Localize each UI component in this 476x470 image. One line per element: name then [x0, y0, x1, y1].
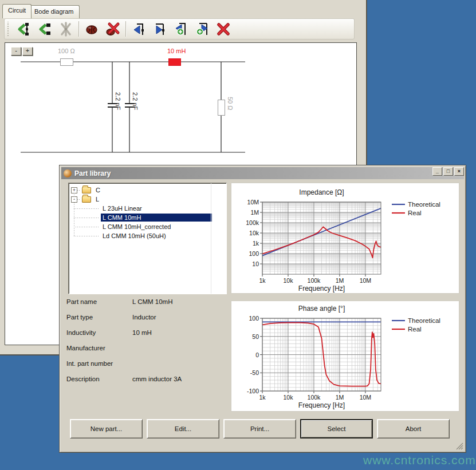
- tree-item-selected[interactable]: L CMM 10mH: [69, 213, 226, 222]
- abort-button[interactable]: Abort: [377, 419, 450, 439]
- remove-bug-icon[interactable]: [104, 21, 121, 37]
- close-button[interactable]: ×: [454, 167, 464, 176]
- series-resistor[interactable]: [60, 58, 73, 66]
- svg-text:1k: 1k: [253, 240, 259, 247]
- detail-value: cmm inductor 3A: [132, 376, 182, 382]
- phase-chart: 1k10k100k1M10M-100-50050100Phase angle […: [231, 301, 459, 412]
- toolbar-separator: [125, 21, 126, 37]
- edit-button[interactable]: Edit...: [147, 419, 219, 439]
- svg-text:1k: 1k: [259, 277, 266, 284]
- part-library-icon: [64, 169, 72, 177]
- tree-item-label[interactable]: Ld CMM 10mH (50uH): [101, 232, 212, 240]
- zoom-out-button[interactable]: -: [11, 47, 21, 56]
- series-inductor-selected[interactable]: [168, 58, 181, 66]
- svg-text:Theoretical: Theoretical: [408, 201, 440, 208]
- maximize-button[interactable]: □: [443, 167, 453, 176]
- part-tree-panel[interactable]: + C - L L 23uH Linear L CMM 10: [68, 183, 227, 294]
- tree-item-label[interactable]: L CMM 10mH_corrected: [101, 223, 212, 231]
- detail-label: Description: [66, 376, 132, 382]
- tree-item[interactable]: L CMM 10mH_corrected: [69, 222, 226, 231]
- toolbar: [4, 18, 355, 40]
- series-resistor-label: 100 Ω: [58, 48, 75, 54]
- tree-item[interactable]: Ld CMM 10mH (50uH): [69, 231, 226, 240]
- svg-text:Frequency [Hz]: Frequency [Hz]: [298, 401, 345, 409]
- svg-text:10k: 10k: [284, 277, 294, 284]
- dialog-titlebar[interactable]: Part library: [61, 167, 464, 179]
- svg-text:Theoretical: Theoretical: [408, 317, 440, 324]
- terminal-left-icon[interactable]: [130, 21, 147, 37]
- tree-item[interactable]: L 23uH Linear: [69, 204, 226, 213]
- svg-text:Real: Real: [408, 210, 422, 216]
- tree-item-label[interactable]: L: [94, 195, 101, 203]
- resize-grip[interactable]: [456, 443, 463, 450]
- select-button[interactable]: Select: [300, 419, 373, 439]
- cut-disabled-icon: [57, 21, 74, 37]
- svg-text:Frequency [Hz]: Frequency [Hz]: [298, 285, 345, 293]
- delete-component-icon[interactable]: [215, 21, 232, 37]
- detail-label: Part name: [66, 298, 132, 305]
- load-resistor[interactable]: [218, 100, 225, 116]
- toolbar-grip[interactable]: [7, 22, 9, 37]
- tree-item-label[interactable]: L CMM 10mH: [101, 214, 212, 222]
- svg-text:10M: 10M: [360, 394, 371, 401]
- svg-text:10: 10: [252, 260, 259, 267]
- svg-text:-50: -50: [250, 369, 259, 376]
- svg-text:100k: 100k: [308, 394, 321, 401]
- capacitor-1-label: 2.2 nF: [115, 92, 121, 110]
- svg-text:Real: Real: [408, 326, 422, 333]
- tab-bode-diagram[interactable]: Bode diagram: [29, 5, 80, 18]
- terminal-right-icon[interactable]: [151, 21, 168, 37]
- tree-item-folder-l[interactable]: - L: [69, 195, 226, 204]
- detail-value: 10 mH: [132, 329, 152, 336]
- detail-label: Part type: [66, 314, 132, 321]
- svg-text:-100: -100: [247, 388, 259, 394]
- svg-text:1M: 1M: [336, 277, 344, 284]
- svg-text:100: 100: [249, 315, 259, 322]
- svg-text:0: 0: [255, 351, 259, 358]
- svg-text:10k: 10k: [284, 394, 294, 401]
- folder-icon: [82, 187, 91, 193]
- add-terminal-right-icon[interactable]: [194, 21, 211, 37]
- bug-icon[interactable]: [83, 21, 100, 37]
- capacitor-2-label: 2.2 nF: [132, 92, 139, 110]
- series-inductor-label: 10 mH: [167, 48, 186, 54]
- minimize-button[interactable]: _: [432, 167, 442, 176]
- svg-text:100: 100: [249, 250, 259, 257]
- watermark: www.cntronics.com: [363, 453, 476, 467]
- add-terminal-left-icon[interactable]: [172, 21, 190, 37]
- detail-label: Inductivity: [66, 329, 132, 336]
- tree-item-label[interactable]: C: [94, 186, 102, 194]
- svg-text:10k: 10k: [249, 230, 259, 236]
- impedance-chart: 1k10k100k1M10M101001k10k100k1M10MImpedan…: [231, 183, 459, 294]
- desktop: Circuit Bode diagram: [0, 0, 476, 470]
- zoom-in-button[interactable]: +: [22, 47, 33, 56]
- svg-text:Phase angle [°]: Phase angle [°]: [298, 305, 345, 313]
- detail-label: Int. part number: [66, 360, 132, 367]
- svg-text:Impedance [Ω]: Impedance [Ω]: [299, 188, 344, 196]
- load-resistor-label: 50 Ω: [227, 97, 234, 110]
- svg-text:50: 50: [252, 333, 259, 340]
- tree-item-folder-c[interactable]: + C: [69, 185, 226, 195]
- detail-value: L CMM 10mH: [132, 298, 173, 305]
- detail-value: Inductor: [132, 314, 156, 321]
- insert-component-before-icon[interactable]: [15, 21, 32, 37]
- svg-text:1k: 1k: [259, 394, 266, 401]
- svg-text:100k: 100k: [308, 277, 321, 284]
- svg-text:100k: 100k: [246, 219, 259, 226]
- svg-text:1M: 1M: [250, 209, 259, 216]
- svg-text:10M: 10M: [360, 277, 371, 284]
- insert-component-after-icon[interactable]: [36, 21, 53, 37]
- dialog-title: Part library: [74, 169, 111, 177]
- new-part-button[interactable]: New part...: [70, 419, 143, 439]
- part-library-dialog: Part library _ □ × + C -: [59, 165, 466, 453]
- print-button[interactable]: Print...: [223, 419, 296, 439]
- svg-text:1M: 1M: [336, 394, 344, 401]
- tree-item-label[interactable]: L 23uH Linear: [101, 204, 212, 212]
- folder-icon: [82, 196, 91, 203]
- tab-circuit[interactable]: Circuit: [2, 4, 32, 18]
- svg-text:10M: 10M: [247, 199, 259, 206]
- toolbar-separator: [78, 21, 79, 37]
- expand-icon[interactable]: +: [71, 187, 77, 193]
- detail-label: Manufacturer: [66, 345, 132, 351]
